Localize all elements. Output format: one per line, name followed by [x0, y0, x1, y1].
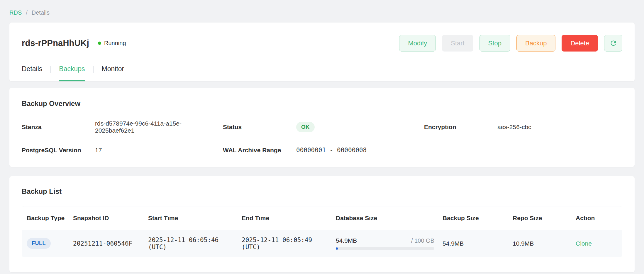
field-encryption: Encryption aes-256-cbc: [424, 120, 622, 134]
breadcrumb-separator: /: [26, 9, 28, 16]
backup-list-card: Backup List Backup Type Snapshot ID Star…: [9, 176, 635, 272]
snapshot-id-cell: 20251211-060546F: [73, 240, 148, 247]
field-pg-version: PostgreSQL Version 17: [22, 146, 220, 155]
tab-bar: Details Backups Monitor: [22, 65, 622, 81]
instance-name: rds-rPPnaHhUKj: [22, 38, 89, 48]
database-size-used: 54.9MB: [336, 237, 357, 244]
modify-button[interactable]: Modify: [399, 35, 436, 52]
col-action: Action: [576, 215, 617, 222]
status-label: Status: [223, 124, 296, 131]
delete-button[interactable]: Delete: [562, 35, 598, 52]
backup-table-header: Backup Type Snapshot ID Start Time End T…: [22, 206, 622, 230]
backup-button[interactable]: Backup: [516, 35, 555, 52]
breadcrumb-rds-link[interactable]: RDS: [9, 9, 22, 16]
start-button[interactable]: Start: [442, 35, 473, 52]
database-size-cell: 54.9MB / 100 GB: [336, 237, 443, 250]
col-repo-size: Repo Size: [513, 215, 576, 222]
instance-status: Running: [98, 40, 126, 47]
status-dot-icon: [98, 42, 101, 45]
refresh-button[interactable]: [604, 35, 622, 52]
backup-overview-grid: Stanza rds-d578974e-99c6-411a-a15e-2025b…: [22, 120, 622, 155]
instance-title-row: rds-rPPnaHhUKj Running Modify Start Stop…: [22, 35, 622, 52]
backup-size-cell: 54.9MB: [443, 240, 513, 247]
field-status: Status OK: [223, 120, 421, 134]
end-time-cell: 2025-12-11 06:05:49 (UTC): [242, 237, 336, 251]
field-empty: [424, 146, 622, 155]
database-size-progressbar: [336, 247, 434, 250]
col-end-time: End Time: [242, 215, 336, 222]
backup-table: Backup Type Snapshot ID Start Time End T…: [22, 206, 622, 257]
backup-list-title: Backup List: [22, 187, 622, 196]
backup-type-cell: FULL: [27, 238, 73, 249]
col-backup-type: Backup Type: [27, 215, 73, 222]
start-time-cell: 2025-12-11 06:05:46 (UTC): [148, 237, 242, 251]
instance-status-label: Running: [104, 40, 126, 47]
tab-divider: [93, 66, 94, 73]
pg-version-label: PostgreSQL Version: [22, 147, 95, 154]
stanza-value: rds-d578974e-99c6-411a-a15e-2025baef62e1: [95, 120, 220, 134]
col-backup-size: Backup Size: [443, 215, 513, 222]
repo-size-cell: 10.9MB: [513, 240, 576, 247]
backup-overview-title: Backup Overview: [22, 100, 622, 108]
clone-link[interactable]: Clone: [576, 240, 592, 247]
pg-version-value: 17: [95, 147, 102, 154]
status-ok-badge: OK: [296, 122, 315, 132]
backup-overview-card: Backup Overview Stanza rds-d578974e-99c6…: [9, 88, 635, 167]
encryption-label: Encryption: [424, 124, 497, 131]
table-row: FULL 20251211-060546F 2025-12-11 06:05:4…: [22, 230, 622, 257]
stop-button[interactable]: Stop: [479, 35, 510, 52]
tab-details[interactable]: Details: [22, 65, 42, 81]
encryption-value: aes-256-cbc: [497, 124, 531, 131]
breadcrumb-current: Details: [32, 9, 50, 16]
col-database-size: Database Size: [336, 215, 443, 222]
full-badge: FULL: [27, 238, 51, 249]
instance-actions: Modify Start Stop Backup Delete: [399, 35, 622, 52]
tab-monitor[interactable]: Monitor: [102, 65, 124, 81]
database-size-progress-fill: [336, 247, 338, 250]
instance-header-card: rds-rPPnaHhUKj Running Modify Start Stop…: [9, 23, 635, 81]
field-stanza: Stanza rds-d578974e-99c6-411a-a15e-2025b…: [22, 120, 220, 134]
col-start-time: Start Time: [148, 215, 242, 222]
col-snapshot-id: Snapshot ID: [73, 215, 148, 222]
wal-range-value: 00000001 - 00000008: [296, 147, 367, 154]
tab-divider: [50, 66, 51, 73]
breadcrumb: RDS / Details: [0, 0, 644, 23]
database-size-total: / 100 GB: [411, 237, 434, 244]
wal-range-label: WAL Archive Range: [223, 147, 296, 154]
refresh-icon: [609, 39, 617, 47]
tab-backups[interactable]: Backups: [59, 65, 85, 81]
field-wal-range: WAL Archive Range 00000001 - 00000008: [223, 146, 421, 155]
stanza-label: Stanza: [22, 124, 95, 131]
